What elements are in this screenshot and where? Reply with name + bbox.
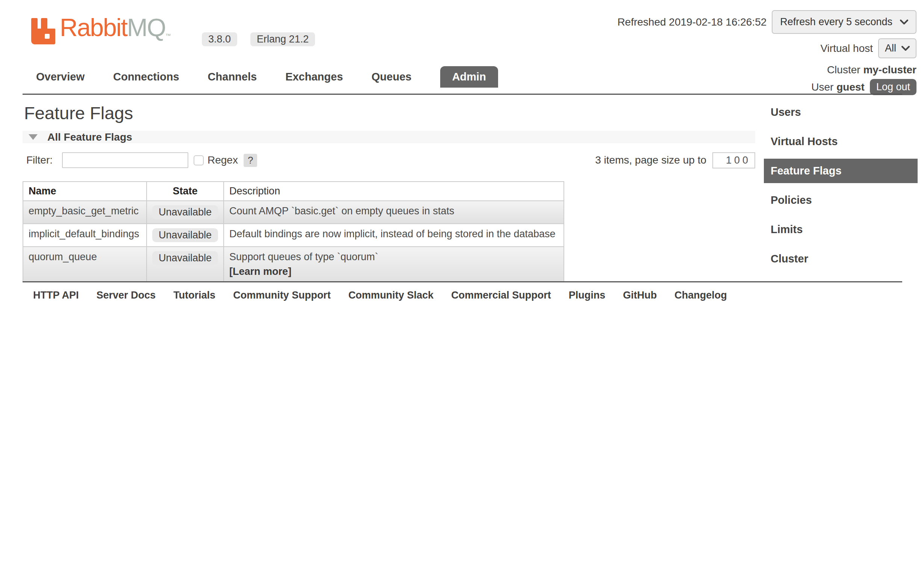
erlang-version-badge: Erlang 21.2 [250,32,315,46]
logo-tm-mark: ™ [165,32,171,39]
sidebar-item[interactable]: Users [764,100,918,124]
sidebar-item-label: Cluster [771,253,808,265]
footer-link-label: Tutorials [173,290,215,301]
sidebar-item-label: Policies [771,194,812,206]
footer-link[interactable]: Community Support [233,290,330,301]
table-row: quorum_queue Unavailable Support queues … [23,247,564,282]
page-size-input[interactable] [712,152,755,168]
sidebar-item[interactable]: Virtual Hosts [764,129,918,154]
sidebar-item-label: Limits [771,223,803,235]
feature-flag-description-cell: Count AMQP `basic.get` on empty queues i… [224,201,564,224]
footer-link[interactable]: Server Docs [97,290,156,301]
refreshed-timestamp: Refreshed 2019-02-18 16:26:52 [617,16,766,28]
table-row: empty_basic_get_metric Unavailable Count… [23,201,564,224]
sidebar-item[interactable]: Feature Flags [764,159,918,183]
header-divider [23,94,902,95]
regex-label: Regex [208,154,238,166]
virtual-host-value: All [885,42,896,54]
sidebar-item-label: Users [771,106,801,118]
regex-help-icon[interactable]: ? [244,154,257,167]
footer-link[interactable]: Plugins [569,290,606,301]
rabbitmq-logo[interactable]: RabbitMQ™ [31,14,171,49]
feature-flag-description-cell: Support queues of type `quorum` [Learn m… [224,247,564,282]
rabbitmq-management-page: RabbitMQ™ 3.8.0 Erlang 21.2 Refreshed 20… [0,0,924,561]
refresh-interval-value: Refresh every 5 seconds [780,16,892,28]
sidebar-item-label: Feature Flags [771,165,842,177]
footer-link[interactable]: Tutorials [173,290,215,301]
status-column: Refreshed 2019-02-18 16:26:52 Refresh ev… [617,10,916,95]
pagination-controls: 3 items, page size up to [595,152,755,168]
nav-tab[interactable]: Connections [113,71,179,83]
nav-tab-label: Overview [36,71,85,83]
feature-flag-description: Count AMQP `basic.get` on empty queues i… [229,205,558,217]
feature-flag-description: Default bindings are now implicit, inste… [229,228,558,240]
state-badge: Unavailable [152,228,218,242]
nav-tab[interactable]: Channels [208,71,257,83]
filter-input[interactable] [62,152,188,168]
collapse-triangle-icon [29,134,38,140]
feature-flag-state-cell: Unavailable [147,224,224,247]
footer-link-label: GitHub [623,290,657,301]
sidebar-item[interactable]: Policies [764,188,918,212]
table-header-row: Name State Description [23,182,564,201]
footer-link-label: Community Support [233,290,330,301]
footer-link[interactable]: HTTP API [33,290,79,301]
nav-tab-label: Exchanges [285,71,343,83]
feature-flag-state-cell: Unavailable [147,247,224,282]
feature-flag-name: implicit_default_bindings [23,224,147,247]
table-row: implicit_default_bindings Unavailable De… [23,224,564,247]
logo-wordmark: RabbitMQ™ [60,14,171,49]
logo-rabbit-text: Rabbit [60,14,127,41]
footer-link-label: Plugins [569,290,606,301]
logout-button[interactable]: Log out [870,79,916,95]
rabbitmq-version-badge: 3.8.0 [202,32,237,46]
footer-link[interactable]: GitHub [623,290,657,301]
footer-link-label: Community Slack [348,290,434,301]
version-badges: 3.8.0 Erlang 21.2 [202,32,315,46]
footer-link-label: Commercial Support [451,290,551,301]
user-label: User [811,81,833,93]
chevron-down-icon [901,46,910,51]
footer-link-label: Changelog [674,290,727,301]
sidebar-item[interactable]: Limits [764,217,918,242]
feature-flag-description: Support queues of type `quorum` [229,251,558,263]
nav-tab-label: Queues [371,71,411,83]
filter-label: Filter: [26,154,53,166]
nav-tab[interactable]: Overview [36,71,85,83]
nav-tab[interactable]: Exchanges [285,71,343,83]
nav-tab-label: Channels [208,71,257,83]
sidebar-item-label: Virtual Hosts [771,135,838,147]
section-title: All Feature Flags [47,131,132,143]
sidebar-item[interactable]: Cluster [764,247,918,271]
column-header-description: Description [224,182,564,201]
footer-divider [23,281,902,282]
nav-tab[interactable]: Admin [440,66,498,88]
rabbitmq-rabbit-icon [31,18,55,44]
nav-tab-label: Connections [113,71,179,83]
footer-link[interactable]: Commercial Support [451,290,551,301]
state-badge: Unavailable [152,251,218,265]
refresh-row: Refreshed 2019-02-18 16:26:52 Refresh ev… [617,10,916,34]
all-feature-flags-section-header[interactable]: All Feature Flags [23,131,755,143]
page-title: Feature Flags [24,102,133,124]
refresh-interval-select[interactable]: Refresh every 5 seconds [772,10,916,34]
feature-flag-state-cell: Unavailable [147,201,224,224]
regex-checkbox[interactable] [194,155,204,165]
footer-link[interactable]: Changelog [674,290,727,301]
footer-links: HTTP API Server Docs Tutorials Community… [33,290,727,301]
virtual-host-row: Virtual host All [820,38,916,58]
nav-tab[interactable]: Queues [371,71,411,83]
footer-link[interactable]: Community Slack [348,290,434,301]
cluster-label: Cluster [827,64,860,76]
feature-flag-description-cell: Default bindings are now implicit, inste… [224,224,564,247]
admin-sidebar: Users Virtual Hosts Feature Flags Polici… [764,100,918,276]
footer-link-label: HTTP API [33,290,79,301]
virtual-host-label: Virtual host [820,42,873,55]
virtual-host-select[interactable]: All [878,38,916,58]
chevron-down-icon [900,20,908,25]
cluster-row: Cluster my-cluster [827,64,916,76]
state-badge: Unavailable [152,205,218,219]
feature-flag-name: quorum_queue [23,247,147,282]
learn-more-link[interactable]: [Learn more] [229,266,558,277]
logo-mq-text: MQ [127,14,165,41]
